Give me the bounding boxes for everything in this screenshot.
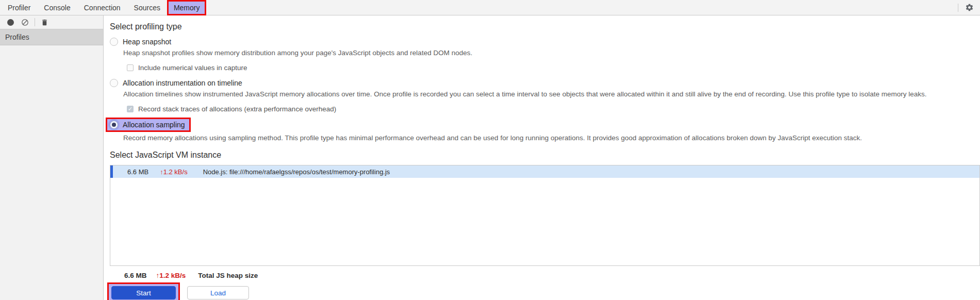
action-buttons: Start Load — [110, 282, 980, 300]
tab-connection[interactable]: Connection — [79, 2, 126, 14]
vm-instance-list: 6.6 MB ↑1.2 kB/s Node.js: file:///home/r… — [110, 165, 980, 266]
left-panel: Profiles — [0, 15, 104, 300]
radio-label[interactable]: Heap snapshot — [123, 38, 171, 46]
vm-heap-rate: ↑1.2 kB/s — [160, 168, 187, 176]
radio-label[interactable]: Allocation instrumentation on timeline — [123, 79, 242, 87]
radio-allocation-sampling[interactable] — [110, 121, 118, 129]
profiles-label: Profiles — [5, 33, 29, 41]
vm-heap-size: 6.6 MB — [127, 168, 148, 176]
tab-bar: Profiler Console Connection Sources Memo… — [0, 0, 980, 15]
radio-label[interactable]: Allocation sampling — [123, 121, 185, 129]
radio-allocation-timeline[interactable] — [110, 79, 118, 87]
main-content: Select profiling type Heap snapshot Heap… — [104, 15, 980, 300]
load-button[interactable]: Load — [187, 286, 249, 299]
checkbox-row-include-numerical[interactable]: Include numerical values in capture — [127, 64, 980, 72]
checkbox-label[interactable]: Include numerical values in capture — [138, 64, 247, 72]
toolbar-separator — [958, 4, 958, 12]
vm-instance-row[interactable]: 6.6 MB ↑1.2 kB/s Node.js: file:///home/r… — [110, 165, 979, 178]
total-heap-stats: 6.6 MB ↑1.2 kB/s Total JS heap size — [110, 272, 980, 279]
annotation-box: Allocation sampling — [106, 118, 191, 132]
vm-instance-name: Node.js: file:///home/rafaelgss/repos/os… — [203, 168, 390, 176]
tabbar-right-controls — [951, 3, 980, 12]
radio-row-heap-snapshot[interactable]: Heap snapshot — [110, 38, 980, 46]
checkbox-row-record-stack-traces[interactable]: Record stack traces of allocations (extr… — [127, 105, 980, 113]
record-icon[interactable] — [5, 16, 16, 28]
radio-row-allocation-timeline[interactable]: Allocation instrumentation on timeline — [110, 79, 980, 87]
tab-memory[interactable]: Memory — [169, 2, 205, 14]
toolbar-separator — [35, 18, 35, 26]
total-heap-rate: ↑1.2 kB/s — [156, 272, 186, 279]
tab-profiler[interactable]: Profiler — [3, 2, 36, 14]
option-description: Heap snapshot profiles show memory distr… — [123, 49, 980, 57]
sidebar-header-profiles: Profiles — [0, 29, 103, 45]
trash-icon[interactable] — [39, 16, 50, 28]
annotation-box: Start — [107, 282, 180, 300]
tab-sources[interactable]: Sources — [129, 2, 165, 14]
vm-instance-heading: Select JavaScript VM instance — [110, 151, 980, 160]
gear-icon[interactable] — [965, 3, 974, 12]
option-description: Allocation timelines show instrumented J… — [123, 90, 980, 98]
start-button[interactable]: Start — [111, 286, 176, 299]
radio-row-allocation-sampling[interactable]: Allocation sampling — [110, 118, 980, 132]
checkbox-include-numerical[interactable] — [127, 64, 134, 71]
radio-heap-snapshot[interactable] — [110, 38, 118, 46]
total-heap-size: 6.6 MB — [124, 272, 147, 279]
block-icon[interactable] — [19, 16, 30, 28]
option-description: Record memory allocations using sampling… — [123, 134, 980, 142]
profiling-type-heading: Select profiling type — [110, 22, 980, 31]
tab-console[interactable]: Console — [39, 2, 75, 14]
checkbox-record-stack-traces[interactable] — [127, 106, 134, 112]
checkbox-label[interactable]: Record stack traces of allocations (extr… — [138, 105, 336, 113]
profiler-toolbar — [0, 15, 103, 29]
total-heap-label: Total JS heap size — [198, 272, 258, 279]
